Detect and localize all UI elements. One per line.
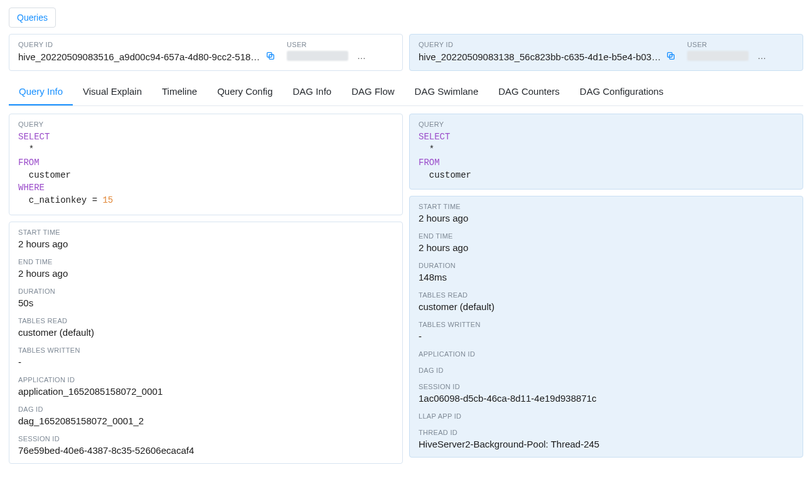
query-label-b: QUERY: [419, 121, 794, 128]
end-time-b: 2 hours ago: [419, 242, 794, 253]
query-a-sql-card: QUERY SELECT * FROM customer WHERE c_nat…: [9, 114, 403, 215]
query-compare-headers: QUERY ID hive_20220509083516_a9d00c94-65…: [9, 34, 803, 71]
duration-b: 148ms: [419, 272, 794, 282]
tabs: Query Info Visual Explain Timeline Query…: [9, 77, 803, 106]
tables-written-label-b: TABLES WRITTEN: [419, 321, 794, 328]
start-time-b: 2 hours ago: [419, 213, 794, 223]
dag-id-a: dag_1652085158072_0001_2: [18, 416, 393, 426]
application-id-label-b: APPLICATION ID: [419, 350, 794, 358]
tables-read-label-a: TABLES READ: [18, 317, 393, 324]
copy-icon[interactable]: [265, 51, 275, 63]
tables-written-label-a: TABLES WRITTEN: [18, 346, 393, 354]
tab-query-info[interactable]: Query Info: [9, 77, 73, 105]
query-id-b: hive_20220509083138_56c823bb-c635-4d1e-b…: [419, 51, 663, 62]
query-id-label-a: QUERY ID: [18, 41, 275, 48]
duration-label-a: DURATION: [18, 287, 393, 295]
end-time-label-a: END TIME: [18, 258, 393, 265]
llap-app-id-label-b: LLAP APP ID: [419, 412, 794, 420]
tables-read-a: customer (default): [18, 327, 393, 338]
session-id-b: 1ac06098-d5cb-46ca-8d11-4e19d938871c: [419, 393, 794, 404]
query-b-details-card: START TIME 2 hours ago END TIME 2 hours …: [409, 196, 803, 458]
tab-dag-configurations[interactable]: DAG Configurations: [570, 77, 673, 105]
tab-timeline[interactable]: Timeline: [152, 77, 207, 105]
query-a-header[interactable]: QUERY ID hive_20220509083516_a9d00c94-65…: [9, 34, 403, 71]
tab-dag-counters[interactable]: DAG Counters: [488, 77, 570, 105]
user-value-b: [687, 51, 749, 61]
tab-query-config[interactable]: Query Config: [207, 77, 282, 105]
user-label-b: USER: [687, 41, 794, 48]
user-label-a: USER: [287, 41, 393, 48]
tab-dag-swimlane[interactable]: DAG Swimlane: [405, 77, 489, 105]
query-a-details-card: START TIME 2 hours ago END TIME 2 hours …: [9, 222, 403, 464]
thread-id-b: HiveServer2-Background-Pool: Thread-245: [419, 439, 794, 449]
tab-dag-flow[interactable]: DAG Flow: [341, 77, 404, 105]
tab-dag-info[interactable]: DAG Info: [283, 77, 342, 105]
duration-label-b: DURATION: [419, 262, 794, 269]
query-a-sql: SELECT * FROM customer WHERE c_nationkey…: [18, 131, 393, 207]
end-time-a: 2 hours ago: [18, 268, 393, 279]
tables-written-a: -: [18, 357, 393, 367]
session-id-label-b: SESSION ID: [419, 383, 794, 390]
start-time-label-b: START TIME: [419, 203, 794, 210]
more-menu-a[interactable]: …: [355, 51, 369, 61]
query-id-a: hive_20220509083516_a9d00c94-657a-4d80-9…: [18, 51, 263, 62]
query-label-a: QUERY: [18, 121, 393, 128]
start-time-a: 2 hours ago: [18, 239, 393, 249]
query-b-header[interactable]: QUERY ID hive_20220509083138_56c823bb-c6…: [409, 34, 803, 71]
query-b-sql: SELECT * FROM customer: [419, 131, 794, 181]
tables-read-b: customer (default): [419, 301, 794, 312]
thread-id-label-b: THREAD ID: [419, 429, 794, 436]
session-id-a: 76e59bed-40e6-4387-8c35-52606ecacaf4: [18, 445, 393, 456]
application-id-a: application_1652085158072_0001: [18, 386, 393, 397]
duration-a: 50s: [18, 298, 393, 308]
queries-button[interactable]: Queries: [9, 8, 56, 28]
query-id-label-b: QUERY ID: [419, 41, 676, 48]
tab-visual-explain[interactable]: Visual Explain: [73, 77, 152, 105]
more-menu-b[interactable]: …: [755, 51, 769, 61]
query-compare-body: QUERY SELECT * FROM customer WHERE c_nat…: [9, 114, 803, 470]
query-b-sql-card: QUERY SELECT * FROM customer: [409, 114, 803, 190]
copy-icon[interactable]: [666, 51, 676, 63]
user-value-a: [287, 51, 348, 61]
dag-id-label-a: DAG ID: [18, 405, 393, 413]
dag-id-label-b: DAG ID: [419, 367, 794, 374]
tables-written-b: -: [419, 331, 794, 341]
tables-read-label-b: TABLES READ: [419, 291, 794, 299]
application-id-label-a: APPLICATION ID: [18, 376, 393, 383]
session-id-label-a: SESSION ID: [18, 435, 393, 442]
end-time-label-b: END TIME: [419, 232, 794, 240]
start-time-label-a: START TIME: [18, 228, 393, 236]
